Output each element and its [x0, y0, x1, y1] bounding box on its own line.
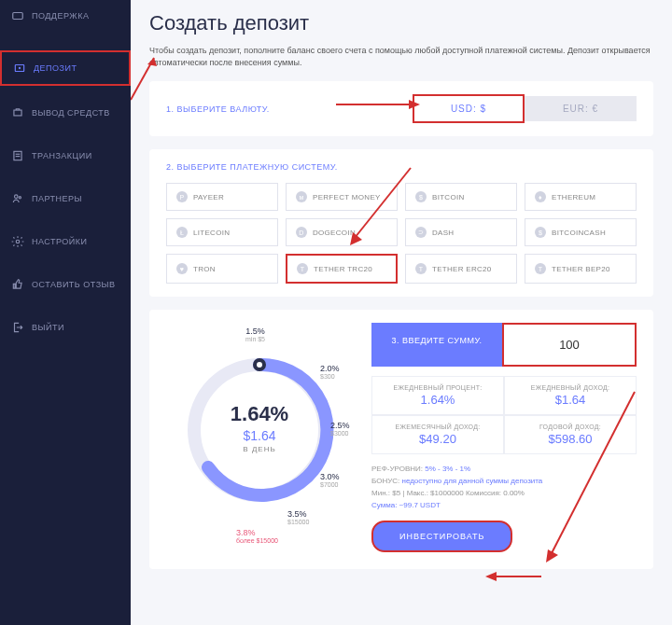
svg-point-2: [19, 67, 21, 69]
payment-option[interactable]: TTETHER ERC20: [405, 254, 517, 284]
dial-percent: 1.64%: [203, 402, 315, 426]
svg-point-12: [257, 362, 262, 368]
sidebar-item-label: ПАРТНЕРЫ: [32, 194, 82, 203]
sidebar-item-partners[interactable]: ПАРТНЕРЫ: [0, 183, 131, 215]
stats-column: 3. ВВЕДИТЕ СУММУ. 100 ЕЖЕДНЕВНЫЙ ПРОЦЕНТ…: [371, 323, 637, 556]
gear-icon: [11, 235, 24, 248]
stat-cell: ЕЖЕМЕСЯЧНЫЙ ДОХОД:$49.20: [371, 415, 504, 454]
stat-cell: ЕЖЕДНЕВНЫЙ ДОХОД:$1.64: [504, 376, 637, 415]
payment-label: TETHER BEP20: [552, 265, 610, 273]
payment-label: LITECOIN: [193, 229, 230, 237]
stat-label: ГОДОВОЙ ДОХОД:: [512, 424, 628, 430]
sidebar-item-settings[interactable]: НАСТРОЙКИ: [0, 226, 131, 257]
sidebar-item-label: НАСТРОЙКИ: [32, 237, 88, 246]
payment-icon: Ł: [176, 227, 188, 238]
logout-icon: [11, 321, 24, 334]
payment-label: 2. ВЫБЕРИТЕ ПЛАТЕЖНУЮ СИСТЕМУ.: [166, 162, 637, 172]
payment-label: TETHER ERC20: [432, 265, 492, 273]
stat-label: ЕЖЕДНЕВНЫЙ ПРОЦЕНТ:: [380, 384, 496, 391]
dial-tick: 2.5%$3000: [330, 421, 350, 437]
payment-icon: ♦: [535, 191, 546, 202]
amount-input[interactable]: 100: [502, 323, 637, 367]
sidebar-item-logout[interactable]: ВЫЙТИ: [0, 312, 131, 343]
sidebar: ПОДДЕРЖКА ДЕПОЗИТ ВЫВОД СРЕДСТВ ТРАНЗАКЦ…: [0, 0, 131, 625]
stat-label: ЕЖЕДНЕВНЫЙ ДОХОД:: [512, 384, 628, 391]
payment-label: PAYEER: [193, 193, 224, 201]
payment-option[interactable]: $BITCOIN: [405, 183, 517, 211]
payment-option[interactable]: PPAYEER: [166, 183, 278, 211]
stat-cell: ГОДОВОЙ ДОХОД:$598.60: [504, 415, 637, 454]
payment-option[interactable]: ♦ETHEREUM: [525, 183, 637, 211]
dial-tick: 3.0%$7000: [320, 472, 340, 488]
dial-period: В ДЕНЬ: [203, 445, 315, 453]
sidebar-item-label: ВЫЙТИ: [32, 323, 64, 332]
payment-option[interactable]: DDOGECOIN: [286, 218, 398, 246]
stat-value: 1.64%: [380, 393, 496, 407]
sidebar-item-label: ВЫВОД СРЕДСТВ: [32, 108, 110, 118]
payment-icon: м: [296, 191, 307, 202]
support-icon: [11, 9, 24, 22]
dial-tick: 3.5%$15000: [287, 509, 309, 525]
payment-label: DASH: [432, 229, 454, 237]
payment-card: 2. ВЫБЕРИТЕ ПЛАТЕЖНУЮ СИСТЕМУ. PPAYEERмP…: [149, 149, 653, 297]
payment-icon: T: [535, 263, 546, 274]
withdraw-icon: [11, 106, 24, 119]
dial-amount: $1.64: [203, 428, 315, 443]
sidebar-item-label: ТРАНЗАКЦИИ: [32, 151, 92, 160]
payment-label: ETHEREUM: [552, 193, 595, 201]
stat-value: $1.64: [512, 393, 628, 407]
payment-label: PERFECT MONEY: [313, 193, 381, 201]
svg-point-9: [16, 240, 20, 243]
dial-column: 1.64% $1.64 В ДЕНЬ 1.5%min $5 2.0%$300 2…: [166, 323, 353, 556]
sidebar-item-label: ОСТАВИТЬ ОТЗЫВ: [32, 280, 116, 289]
payment-label: BITCOINCASH: [552, 229, 606, 237]
deposit-icon: [13, 62, 26, 75]
currency-eur-button[interactable]: EUR: €: [525, 96, 637, 121]
payment-icon: ♥: [176, 263, 188, 274]
currency-usd-button[interactable]: USD: $: [413, 94, 525, 123]
sidebar-item-transactions[interactable]: ТРАНЗАКЦИИ: [0, 140, 131, 172]
svg-point-7: [15, 195, 19, 199]
page-description: Чтобы создать депозит, пополните баланс …: [149, 45, 653, 68]
currency-label: 1. ВЫБЕРИТЕ ВАЛЮТУ.: [166, 104, 270, 114]
main-content: Создать депозит Чтобы создать депозит, п…: [131, 0, 672, 625]
sidebar-item-review[interactable]: ОСТАВИТЬ ОТЗЫВ: [0, 269, 131, 300]
invest-button[interactable]: ИНВЕСТИРОВАТЬ: [371, 521, 512, 552]
svg-point-8: [19, 197, 21, 199]
payment-option[interactable]: мPERFECT MONEY: [286, 183, 398, 211]
payment-option[interactable]: $BITCOINCASH: [525, 218, 637, 246]
payment-icon: $: [415, 191, 427, 202]
payment-option[interactable]: ⊃DASH: [405, 218, 517, 246]
svg-marker-21: [485, 572, 497, 581]
sidebar-item-deposit[interactable]: ДЕПОЗИТ: [0, 50, 131, 86]
thumbs-up-icon: [11, 278, 24, 291]
payment-icon: P: [176, 191, 188, 202]
annotation-arrow: [485, 571, 541, 582]
sidebar-item-support[interactable]: ПОДДЕРЖКА: [0, 0, 131, 32]
payment-option[interactable]: ♥TRON: [166, 254, 278, 284]
deposit-card: 1.64% $1.64 В ДЕНЬ 1.5%min $5 2.0%$300 2…: [149, 310, 653, 569]
payment-icon: D: [296, 227, 307, 238]
dial-tick: 3.8%более $15000: [236, 528, 278, 544]
payment-icon: ⊃: [415, 227, 427, 238]
svg-rect-3: [14, 110, 21, 116]
payment-option[interactable]: ŁLITECOIN: [166, 218, 278, 246]
stat-label: ЕЖЕМЕСЯЧНЫЙ ДОХОД:: [380, 424, 496, 430]
page-title: Создать депозит: [149, 11, 653, 35]
transactions-icon: [11, 149, 24, 162]
stat-value: $49.20: [380, 432, 496, 446]
amount-label: 3. ВВЕДИТЕ СУММУ.: [371, 323, 502, 367]
dial-tick: 1.5%min $5: [245, 326, 265, 342]
sidebar-item-withdraw[interactable]: ВЫВОД СРЕДСТВ: [0, 97, 131, 129]
currency-card: 1. ВЫБЕРИТЕ ВАЛЮТУ. USD: $ EUR: €: [149, 81, 653, 136]
stat-cell: ЕЖЕДНЕВНЫЙ ПРОЦЕНТ:1.64%: [371, 376, 504, 415]
dial-tick: 2.0%$300: [320, 364, 340, 380]
svg-rect-0: [13, 13, 23, 20]
payment-option[interactable]: TTETHER TRC20: [286, 254, 398, 284]
payment-label: DOGECOIN: [313, 229, 356, 237]
payment-icon: T: [415, 263, 427, 274]
stat-value: $598.60: [512, 432, 628, 446]
sidebar-item-label: ПОДДЕРЖКА: [32, 11, 89, 21]
payment-option[interactable]: TTETHER BEP20: [525, 254, 637, 284]
payment-icon: T: [297, 263, 308, 274]
